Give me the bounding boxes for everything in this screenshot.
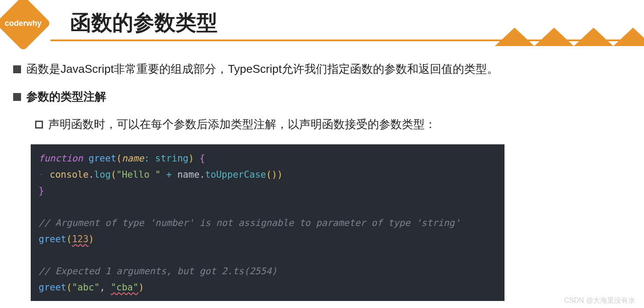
code-line: function greet(name: string) { xyxy=(39,150,497,167)
zigzag-decoration xyxy=(495,24,644,46)
code-block: function greet(name: string) { · console… xyxy=(31,144,504,301)
bullet-text: 声明函数时，可以在每个参数后添加类型注解，以声明函数接受的参数类型： xyxy=(48,117,436,132)
code-line: // Argument of type 'number' is not assi… xyxy=(39,215,497,231)
logo-badge: coderwhy xyxy=(0,0,51,51)
bullet-square-icon xyxy=(13,65,21,73)
error-underline: "cba" xyxy=(111,282,138,293)
slide-header: coderwhy 函数的参数类型 xyxy=(0,0,644,44)
code-line xyxy=(39,199,497,215)
error-underline: 123 xyxy=(72,234,89,244)
code-line: // Expected 1 arguments, but got 2.ts(25… xyxy=(39,263,497,279)
bullet-hollow-square-icon xyxy=(35,121,43,129)
bullet-line-3: 声明函数时，可以在每个参数后添加类型注解，以声明函数接受的参数类型： xyxy=(13,117,631,132)
slide-content: 函数是JavaScript非常重要的组成部分，TypeScript允许我们指定函… xyxy=(0,44,644,301)
code-line xyxy=(39,247,497,264)
code-line: } xyxy=(39,183,497,199)
code-line: greet("abc", "cba") xyxy=(39,279,497,296)
logo-text: coderwhy xyxy=(5,19,42,28)
bullet-square-icon xyxy=(13,93,21,101)
bullet-line-1: 函数是JavaScript非常重要的组成部分，TypeScript允许我们指定函… xyxy=(13,61,631,77)
code-line: greet(123) xyxy=(39,231,497,247)
watermark: CSDN @大海里没有水 xyxy=(564,296,635,305)
bullet-text: 函数是JavaScript非常重要的组成部分，TypeScript允许我们指定函… xyxy=(26,61,498,77)
code-line: · console.log("Hello " + name.toUpperCas… xyxy=(39,167,497,183)
bullet-text: 参数的类型注解 xyxy=(26,89,106,104)
bullet-line-2: 参数的类型注解 xyxy=(13,89,631,104)
